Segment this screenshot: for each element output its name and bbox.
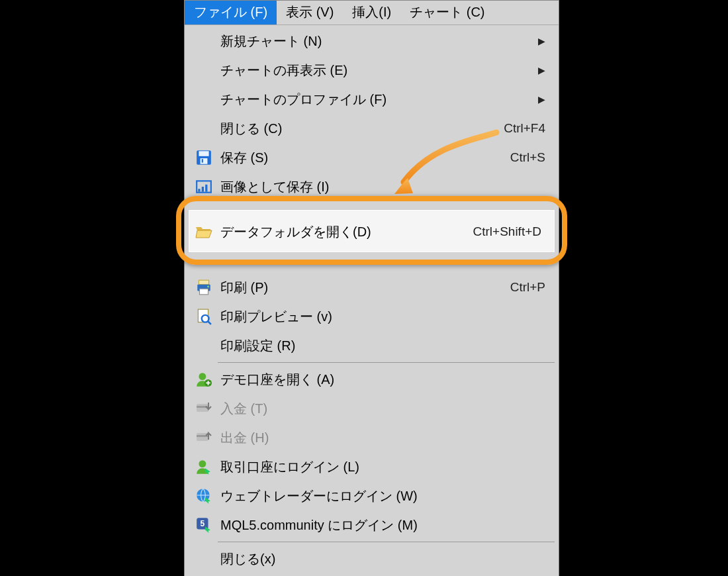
withdraw-icon (190, 430, 218, 445)
print-preview-icon (190, 308, 218, 325)
menu-label: MQL5.community にログイン (M) (218, 516, 545, 534)
separator (218, 362, 555, 363)
highlight-target-row: データフォルダを開く(D) Ctrl+Shift+D (188, 209, 555, 253)
submenu-arrow-icon: ▶ (538, 65, 545, 75)
svg-text:5: 5 (201, 519, 205, 528)
menu-label: 印刷 (P) (218, 279, 502, 297)
file-dropdown: 新規チャート (N) ▶ チャートの再表示 (E) ▶ チャートのプロファイル … (185, 25, 559, 576)
svg-point-11 (207, 286, 209, 288)
svg-rect-10 (200, 289, 208, 295)
menu-save[interactable]: 保存 (S) Ctrl+S (185, 143, 559, 172)
menu-label: 閉じる(x) (218, 550, 545, 568)
menu-login-trade[interactable]: 取引口座にログイン (L) (185, 452, 559, 481)
submenu-arrow-icon: ▶ (538, 36, 545, 46)
menu-close[interactable]: 閉じる (C) Ctrl+F4 (185, 114, 559, 143)
svg-point-15 (199, 373, 206, 380)
svg-rect-6 (202, 187, 204, 192)
save-icon (190, 149, 218, 166)
menubar-chart[interactable]: チャート (C) (400, 1, 494, 24)
menu-label: チャートのプロファイル (F) (218, 91, 530, 109)
menu-login-mql5[interactable]: 5 MQL5.community にログイン (M) (185, 510, 559, 540)
menu-label: 出金 (H) (218, 429, 545, 447)
menu-deposit[interactable]: 入金 (T) (185, 394, 559, 423)
menu-label: ウェブトレーダーにログイン (W) (218, 487, 545, 505)
menu-accel: Ctrl+P (510, 280, 545, 295)
folder-open-icon (190, 224, 218, 240)
menubar-insert[interactable]: 挿入(I) (343, 1, 400, 24)
svg-rect-3 (202, 159, 203, 162)
menu-label: 新規チャート (N) (218, 32, 530, 50)
svg-rect-8 (199, 280, 208, 285)
menu-save-image[interactable]: 画像として保存 (I) (185, 172, 559, 201)
svg-rect-5 (198, 189, 200, 191)
deposit-icon (190, 401, 218, 416)
mql5-icon: 5 (190, 516, 218, 534)
menu-withdraw[interactable]: 出金 (H) (185, 423, 559, 452)
menu-label: 入金 (T) (218, 400, 545, 418)
menu-label: 画像として保存 (I) (218, 178, 545, 196)
user-add-icon (190, 371, 218, 388)
svg-rect-2 (201, 158, 208, 164)
menu-print[interactable]: 印刷 (P) Ctrl+P (185, 273, 559, 302)
menu-label: データフォルダを開く(D) (218, 223, 465, 241)
menu-new-chart[interactable]: 新規チャート (N) ▶ (185, 26, 559, 56)
svg-point-21 (199, 460, 206, 467)
menubar-view[interactable]: 表示 (V) (277, 1, 343, 24)
menu-exit[interactable]: 閉じる(x) (185, 544, 559, 573)
separator (218, 542, 555, 542)
menu-chart-profile[interactable]: チャートのプロファイル (F) ▶ (185, 85, 559, 114)
app-window: ファイル (F) 表示 (V) 挿入(I) チャート (C) 新規チャート (N… (184, 0, 559, 576)
menu-open-data-folder[interactable]: データフォルダを開く(D) Ctrl+Shift+D (189, 210, 555, 254)
globe-login-icon (190, 487, 218, 504)
submenu-arrow-icon: ▶ (538, 94, 545, 105)
menu-label: 閉じる (C) (218, 120, 496, 138)
menu-label: デモ口座を開く (A) (218, 371, 545, 389)
menubar: ファイル (F) 表示 (V) 挿入(I) チャート (C) (185, 1, 559, 25)
printer-icon (190, 279, 218, 296)
menu-print-settings[interactable]: 印刷設定 (R) (185, 331, 559, 360)
menu-print-preview[interactable]: 印刷プレビュー (v) (185, 302, 559, 331)
menu-label: 印刷設定 (R) (218, 337, 545, 355)
image-save-icon (190, 178, 218, 195)
svg-rect-7 (205, 185, 207, 192)
menu-label: チャートの再表示 (E) (218, 62, 530, 79)
menubar-file[interactable]: ファイル (F) (185, 1, 277, 24)
menu-accel: Ctrl+Shift+D (473, 224, 541, 239)
svg-rect-1 (199, 151, 208, 156)
menu-open-demo[interactable]: デモ口座を開く (A) (185, 365, 559, 394)
menu-label: 印刷プレビュー (v) (218, 308, 545, 326)
menu-accel: Ctrl+S (510, 150, 545, 165)
user-login-icon (190, 458, 218, 475)
svg-line-14 (208, 322, 211, 324)
menu-label: 取引口座にログイン (L) (218, 458, 545, 476)
menu-label: 保存 (S) (218, 149, 502, 167)
menu-reshow-chart[interactable]: チャートの再表示 (E) ▶ (185, 56, 559, 85)
menu-login-web[interactable]: ウェブトレーダーにログイン (W) (185, 481, 559, 510)
menu-accel: Ctrl+F4 (504, 121, 545, 136)
